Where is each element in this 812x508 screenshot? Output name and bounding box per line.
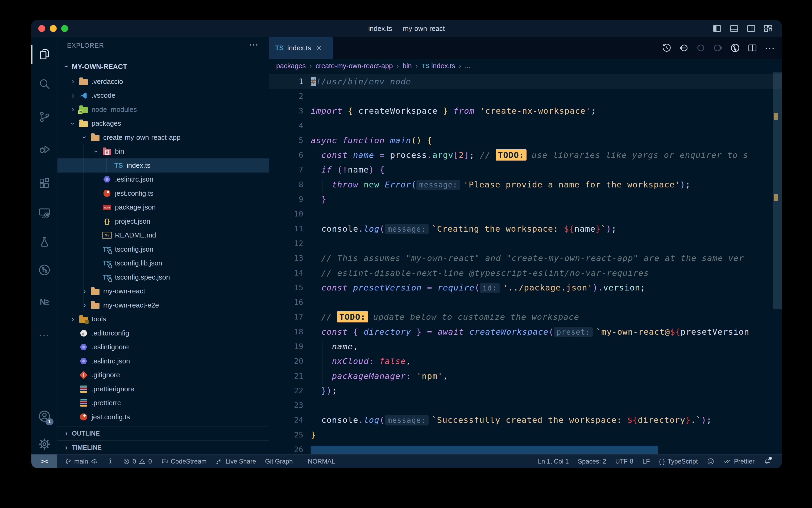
outline-section[interactable]: › OUTLINE	[57, 426, 269, 440]
titlebar[interactable]: index.ts — my-own-react	[32, 20, 782, 37]
more-views-icon[interactable]: ⋯	[32, 322, 57, 348]
code-line-6[interactable]: 6 const name = process.argv[2]; // TODO:…	[269, 147, 782, 162]
tree-item-.gitignore[interactable]: .gitignore	[57, 368, 269, 382]
navigate-previous-icon[interactable]	[696, 43, 706, 53]
settings-gear-icon[interactable]	[32, 431, 57, 457]
tree-item-.eslintrc.json[interactable]: .eslintrc.json	[57, 354, 269, 368]
breadcrumb-item[interactable]: TS index.ts	[421, 62, 455, 70]
accounts-icon[interactable]: 1	[32, 403, 57, 429]
code-line-8[interactable]: 8 throw new Error(message:'Please provid…	[269, 177, 782, 192]
tree-item-jest.config.ts[interactable]: jest.config.ts	[57, 410, 269, 424]
code-line-12[interactable]: 12	[269, 236, 782, 251]
code-line-17[interactable]: 17 // TODO: update below to customize th…	[269, 310, 782, 324]
tree-item-tsconfig.spec.json[interactable]: TStsconfig.spec.json	[57, 270, 269, 284]
indentation-status[interactable]: Spaces: 2	[578, 458, 606, 465]
breadcrumb-item[interactable]: ...	[465, 62, 471, 70]
source-control-icon[interactable]	[32, 103, 57, 130]
code-line-7[interactable]: 7 if (!name) {	[269, 162, 782, 177]
toggle-primary-sidebar-icon[interactable]	[713, 24, 722, 33]
code-area[interactable]: 1#!/usr/bin/env node23import { createWor…	[269, 73, 782, 455]
encoding-status[interactable]: UTF-8	[615, 458, 633, 465]
tree-item-tools[interactable]: ›tools	[57, 312, 269, 327]
code-line-24[interactable]: 24 console.log(message:`Successfully cre…	[269, 413, 782, 427]
code-line-9[interactable]: 9 }	[269, 192, 782, 206]
extensions-icon[interactable]	[32, 170, 57, 197]
customize-layout-icon[interactable]	[764, 24, 773, 33]
tree-item-package.json[interactable]: npmpackage.json	[57, 201, 269, 215]
tree-item-jest.config.ts[interactable]: jest.config.ts	[57, 186, 269, 201]
breadcrumb-item[interactable]: create-my-own-react-app	[316, 62, 393, 70]
code-line-25[interactable]: 25}	[269, 427, 782, 442]
tree-item-.prettierignore[interactable]: .prettierignore	[57, 382, 269, 396]
code-line-3[interactable]: 3import { createWorkspace } from 'create…	[269, 103, 782, 118]
timeline-history-icon[interactable]	[662, 43, 672, 53]
tree-item-.eslintrc.json[interactable]: .eslintrc.json	[57, 173, 269, 187]
run-and-debug-icon[interactable]	[32, 136, 57, 163]
code-line-22[interactable]: 22 });	[269, 383, 782, 398]
code-line-15[interactable]: 15 const presetVersion = require(id:'../…	[269, 280, 782, 295]
codestream-status[interactable]: CodeStream	[161, 458, 207, 465]
breadcrumb-item[interactable]: bin	[402, 62, 412, 70]
code-line-20[interactable]: 20 nxCloud: false,	[269, 354, 782, 369]
more-actions-icon[interactable]: ⋯	[765, 45, 775, 51]
tree-item-.verdaccio[interactable]: ›.verdaccio	[57, 75, 269, 89]
nx-console-icon[interactable]: N≥	[32, 289, 57, 315]
tree-item-tsconfig.json[interactable]: TStsconfig.json	[57, 242, 269, 256]
split-editor-icon[interactable]	[748, 43, 757, 53]
tree-item-my-own-react[interactable]: ›my-own-react	[57, 284, 269, 298]
code-line-16[interactable]: 16	[269, 295, 782, 309]
timeline-section[interactable]: › TIMELINE	[57, 440, 269, 455]
code-line-14[interactable]: 14 // eslint-disable-next-line @typescri…	[269, 265, 782, 280]
toggle-secondary-sidebar-icon[interactable]	[747, 24, 756, 33]
explorer-actions-icon[interactable]: ⋯	[249, 37, 258, 54]
git-branch-status[interactable]: main	[65, 458, 98, 465]
remote-indicator[interactable]: ><	[32, 455, 57, 468]
tree-item-node_modules[interactable]: ›JSnode_modules	[57, 102, 269, 117]
search-icon[interactable]	[32, 71, 57, 97]
cursor-position-status[interactable]: Ln 1, Col 1	[538, 458, 569, 465]
tree-item-project.json[interactable]: {}project.json	[57, 214, 269, 228]
github-octoface-icon[interactable]	[707, 458, 714, 465]
tree-item-README.md[interactable]: M↓README.md	[57, 228, 269, 243]
code-line-13[interactable]: 13 // This assumes "my-own-react" and "c…	[269, 251, 782, 265]
code-line-5[interactable]: 5async function main() {	[269, 133, 782, 147]
code-line-1[interactable]: 1#!/usr/bin/env node	[269, 74, 782, 89]
toggle-panel-icon[interactable]	[729, 24, 738, 33]
git-graph-status[interactable]: Git Graph	[265, 458, 293, 465]
horizontal-scrollbar[interactable]	[311, 446, 658, 454]
tree-item-.prettierrc[interactable]: .prettierrc	[57, 396, 269, 410]
tree-item-bin[interactable]: ›0110bin	[57, 144, 269, 159]
testing-icon[interactable]	[32, 228, 57, 255]
gitlens-icon[interactable]	[32, 257, 57, 283]
explorer-icon[interactable]	[32, 41, 57, 68]
code-line-19[interactable]: 19 name,	[269, 339, 782, 353]
commit-status-icon[interactable]	[107, 458, 114, 465]
vertical-scrollbar[interactable]	[773, 73, 782, 309]
navigate-back-icon[interactable]	[679, 43, 688, 53]
tree-item-index.ts[interactable]: TSindex.ts	[57, 159, 269, 173]
code-line-10[interactable]: 10	[269, 207, 782, 221]
run-or-debug-icon[interactable]	[730, 43, 740, 53]
problems-status[interactable]: 0 0	[123, 458, 152, 465]
code-line-23[interactable]: 23	[269, 398, 782, 413]
tree-item-my-own-react-e2e[interactable]: ›my-own-react-e2e	[57, 298, 269, 312]
code-line-18[interactable]: 18 const { directory } = await createWor…	[269, 324, 782, 339]
notifications-bell-icon[interactable]	[764, 458, 771, 465]
tree-item-packages[interactable]: ›packages	[57, 117, 269, 131]
tab-index-ts[interactable]: TS index.ts ×	[269, 37, 334, 59]
live-share-status[interactable]: Live Share	[216, 458, 256, 465]
code-line-11[interactable]: 11 console.log(message:`Creating the wor…	[269, 221, 782, 236]
remote-explorer-icon[interactable]	[32, 200, 57, 226]
tree-item-create-my-own-react-app[interactable]: ›create-my-own-react-app	[57, 130, 269, 144]
vim-mode-indicator[interactable]: -- NORMAL --	[302, 458, 341, 465]
language-mode-status[interactable]: { }TypeScript	[659, 458, 698, 465]
prettier-status[interactable]: Prettier	[723, 458, 755, 465]
tree-item-.eslintignore[interactable]: .eslintignore	[57, 340, 269, 354]
breadcrumb-item[interactable]: packages	[276, 62, 306, 70]
code-line-4[interactable]: 4	[269, 118, 782, 133]
code-line-21[interactable]: 21 packageManager: 'npm',	[269, 369, 782, 383]
eol-status[interactable]: LF	[642, 458, 650, 465]
tree-root-folder[interactable]: › MY-OWN-REACT	[57, 60, 269, 74]
close-tab-icon[interactable]: ×	[317, 43, 322, 53]
tree-item-tsconfig.lib.json[interactable]: TStsconfig.lib.json	[57, 256, 269, 270]
